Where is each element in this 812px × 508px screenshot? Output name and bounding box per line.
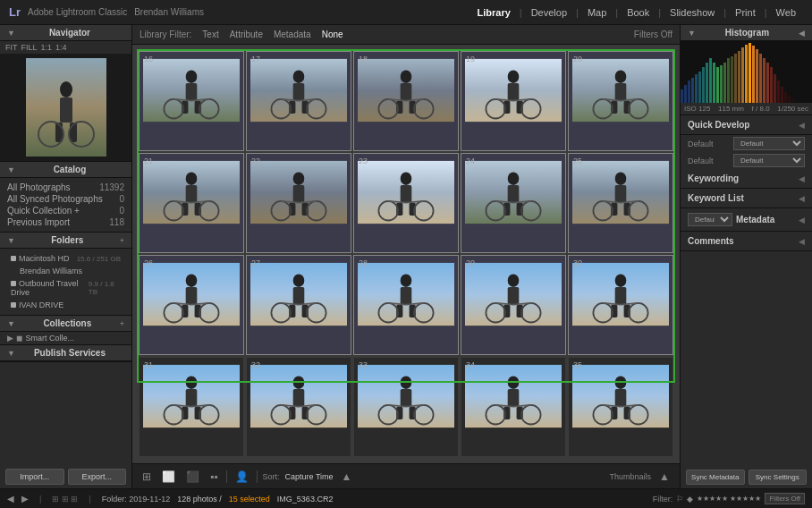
photo-cell-30[interactable]: 30 [569, 256, 672, 354]
status-nav-prev[interactable]: ◀ [7, 494, 14, 504]
catalog-content: All Photographs 11392 All Synced Photogr… [0, 178, 131, 232]
photo-cell-29[interactable]: 29 [461, 256, 565, 354]
import-button[interactable]: Import... [5, 469, 64, 485]
photo-cell-32[interactable]: 32 [247, 358, 351, 456]
thumbnails-slider[interactable]: ▲ [656, 470, 672, 484]
nav-book[interactable]: Book [620, 5, 656, 20]
photo-cell-28[interactable]: 28 [354, 256, 458, 354]
star-rating-filter[interactable]: ★★★★★ ★★★★★ [697, 495, 761, 503]
histogram-header[interactable]: ▼ Histogram ◀ [681, 25, 812, 40]
nav-develop[interactable]: Develop [524, 5, 574, 20]
svg-rect-216 [784, 92, 787, 103]
zoom-1-4[interactable]: 1:4 [55, 43, 67, 52]
user-name: Brendan Williams [134, 7, 204, 17]
compare-view-btn[interactable]: ⬛ [183, 470, 202, 484]
photo-number: 24 [466, 157, 475, 165]
photo-cell-23[interactable]: 23 [354, 154, 458, 252]
photo-cell-19[interactable]: 19 [461, 52, 565, 150]
keywording-section[interactable]: Keywording ◀ [681, 169, 812, 189]
folder-brendan[interactable]: Brendan Williams [7, 265, 124, 277]
svg-rect-198 [720, 65, 723, 103]
wb-select[interactable]: Default [733, 154, 805, 167]
catalog-quick[interactable]: Quick Collection + 0 [7, 205, 124, 216]
status-bar: ◀ ▶ | ⊞ ⊞ ⊞ | Folder: 2019-11-12 128 pho… [0, 488, 812, 508]
photo-cell-35[interactable]: 35 [569, 358, 672, 456]
photo-cell-27[interactable]: 27 [247, 256, 351, 354]
nav-slideshow[interactable]: Slideshow [663, 5, 722, 20]
svg-rect-214 [777, 80, 780, 103]
zoom-fill[interactable]: FILL [21, 43, 38, 52]
photo-cell-24[interactable]: 24 [461, 154, 565, 252]
photo-cell-33[interactable]: 33 [354, 358, 458, 456]
status-nav-next[interactable]: ▶ [21, 494, 29, 504]
folders-header[interactable]: ▼ Folders + [0, 233, 131, 249]
photo-cell-16[interactable]: 16 [140, 52, 243, 150]
quick-dev-preset-row: Default Default [681, 135, 812, 152]
filter-none[interactable]: None [322, 30, 343, 39]
grid-view-btn[interactable]: ⊞ [140, 470, 154, 484]
navigator-preview[interactable] [0, 54, 131, 161]
people-btn[interactable]: 👤 [233, 470, 251, 484]
zoom-1-1[interactable]: 1:1 [41, 43, 53, 52]
photo-cell-21[interactable]: 21 [140, 154, 243, 252]
navigator-header[interactable]: ▼ Navigator [0, 25, 131, 41]
comments-section[interactable]: Comments ◀ [681, 232, 812, 251]
folders-add-icon[interactable]: + [120, 236, 124, 245]
metadata-label: Metadata [736, 215, 774, 224]
metadata-preset-select[interactable]: Default [688, 213, 732, 226]
sort-direction-btn[interactable]: ▲ [339, 470, 355, 484]
catalog-header[interactable]: ▼ Catalog [0, 162, 131, 178]
photo-cell-34[interactable]: 34 [461, 358, 565, 456]
sort-value[interactable]: Capture Time [285, 472, 334, 481]
publish-header[interactable]: ▼ Publish Services [0, 345, 131, 361]
survey-view-btn[interactable]: ▪▪ [207, 470, 221, 484]
sync-metadata-button[interactable]: Sync Metadata [686, 470, 745, 485]
photo-cell-22[interactable]: 22 [247, 154, 351, 252]
catalog-all-photos[interactable]: All Photographs 11392 [7, 182, 124, 193]
zoom-fit[interactable]: FIT [5, 43, 18, 52]
nav-map[interactable]: Map [580, 5, 613, 20]
nav-print[interactable]: Print [728, 5, 763, 20]
photo-number: 25 [573, 157, 582, 165]
catalog-synced[interactable]: All Synced Photographs 0 [7, 193, 124, 205]
svg-rect-213 [774, 74, 776, 103]
status-filters-off-btn[interactable]: Filters Off [765, 493, 805, 504]
metadata-chevron: ◀ [799, 216, 805, 224]
photo-cell-31[interactable]: 31 [140, 358, 243, 456]
folder-ivan[interactable]: IVAN DRIVE [7, 299, 124, 311]
collections-header[interactable]: ▼ Collections + [0, 316, 131, 332]
photo-cell-18[interactable]: 18 [354, 52, 458, 150]
folder-outbound[interactable]: Outbound Travel Drive 9.9 / 1.8 TB [7, 277, 124, 299]
svg-rect-27 [401, 83, 412, 101]
nav-web[interactable]: Web [769, 5, 803, 20]
filters-off-label[interactable]: Filters Off [634, 30, 672, 39]
quick-develop-section[interactable]: Quick Develop ◀ [681, 115, 812, 135]
collections-add-icon[interactable]: + [120, 319, 124, 328]
status-photos: 128 photos / [177, 495, 222, 504]
keyword-list-section[interactable]: Keyword List ◀ [681, 189, 812, 208]
export-button[interactable]: Export... [68, 469, 127, 485]
histogram-expand-icon[interactable]: ◀ [799, 29, 805, 38]
filter-attribute[interactable]: Attribute [230, 30, 263, 39]
smart-collection[interactable]: ▶ ◼ Smart Colle... [0, 332, 131, 344]
metadata-section[interactable]: Default Metadata ◀ [681, 208, 812, 232]
photo-cell-25[interactable]: 25 [569, 154, 672, 252]
photo-cell-20[interactable]: 20 [569, 52, 672, 150]
filter-text[interactable]: Text [202, 30, 218, 39]
photo-number: 21 [144, 157, 153, 165]
catalog-prev-import[interactable]: Previous Import 118 [7, 216, 124, 228]
sync-settings-button[interactable]: Sync Settings [749, 470, 808, 485]
folder-macintosh[interactable]: Macintosh HD 15.6 / 251 GB [7, 252, 124, 265]
quick-dev-wb-row: Default Default [681, 152, 812, 169]
photo-thumbnail [465, 259, 562, 329]
photo-cell-17[interactable]: 17 [247, 52, 351, 150]
preset-select[interactable]: Default [733, 137, 805, 150]
nav-library[interactable]: Library [470, 5, 518, 20]
photo-cell-26[interactable]: 26 [140, 256, 243, 354]
filter-color-icon[interactable]: ◆ [687, 495, 693, 504]
loupe-view-btn[interactable]: ⬜ [159, 470, 178, 484]
filter-metadata[interactable]: Metadata [274, 30, 311, 39]
collections-section: ▼ Collections + ▶ ◼ Smart Colle... [0, 316, 131, 345]
filter-flag-icon[interactable]: ⚐ [676, 495, 683, 504]
photo-number: 17 [251, 55, 260, 64]
